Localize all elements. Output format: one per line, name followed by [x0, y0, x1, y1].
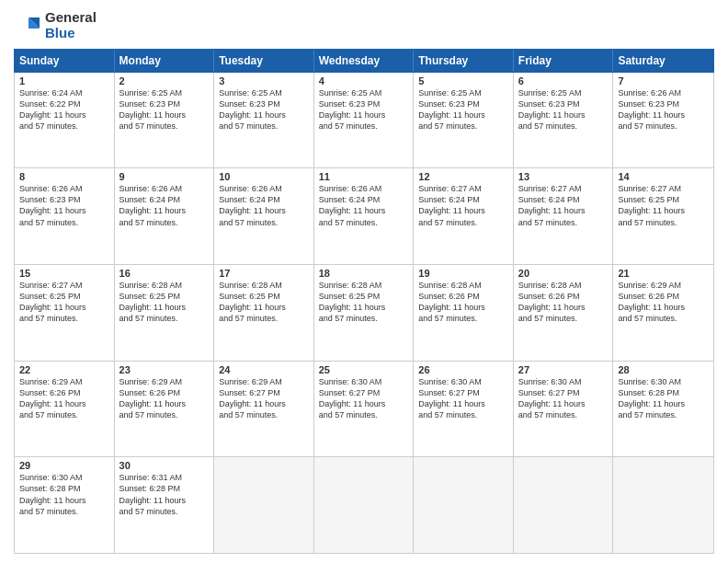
- day-cell-30: 30Sunrise: 6:31 AMSunset: 6:28 PMDayligh…: [115, 457, 215, 553]
- day-cell-20: 20Sunrise: 6:28 AMSunset: 6:26 PMDayligh…: [514, 265, 614, 361]
- cell-info-line: and 57 minutes.: [119, 217, 210, 228]
- cell-info-line: and 57 minutes.: [319, 121, 409, 132]
- cell-info-line: Daylight: 11 hours: [119, 495, 210, 506]
- cell-info-line: Sunrise: 6:31 AM: [119, 472, 210, 483]
- day-number: 19: [418, 268, 508, 279]
- cell-info-line: Sunrise: 6:24 AM: [19, 87, 109, 98]
- logo-text-line1: General: [45, 9, 97, 25]
- day-number: 11: [319, 171, 409, 182]
- cell-info-line: Sunset: 6:26 PM: [19, 387, 109, 398]
- day-number: 1: [19, 75, 109, 86]
- day-number: 10: [219, 171, 309, 182]
- cell-info-line: Sunrise: 6:30 AM: [418, 376, 508, 387]
- cell-info-line: Sunset: 6:25 PM: [119, 291, 210, 302]
- day-number: 16: [119, 268, 210, 279]
- day-number: 9: [119, 171, 210, 182]
- day-cell-5: 5Sunrise: 6:25 AMSunset: 6:23 PMDaylight…: [414, 73, 514, 168]
- cell-info-line: and 57 minutes.: [119, 506, 210, 517]
- empty-cell: [514, 457, 614, 553]
- cell-info-line: and 57 minutes.: [418, 313, 508, 324]
- cell-info-line: Daylight: 11 hours: [219, 398, 309, 409]
- cell-info-line: Daylight: 11 hours: [19, 302, 109, 313]
- header-day-thursday: Thursday: [414, 50, 514, 72]
- cell-info-line: Daylight: 11 hours: [319, 109, 409, 121]
- cell-info-line: Daylight: 11 hours: [618, 398, 709, 409]
- day-cell-13: 13Sunrise: 6:27 AMSunset: 6:24 PMDayligh…: [514, 168, 614, 264]
- day-cell-16: 16Sunrise: 6:28 AMSunset: 6:25 PMDayligh…: [115, 265, 215, 361]
- day-number: 29: [19, 460, 109, 471]
- cell-info-line: Sunrise: 6:26 AM: [119, 183, 210, 194]
- cell-info-line: Sunrise: 6:27 AM: [418, 183, 508, 194]
- cell-info-line: and 57 minutes.: [119, 313, 210, 324]
- cell-info-line: Sunset: 6:24 PM: [219, 194, 309, 205]
- cell-info-line: Sunrise: 6:30 AM: [319, 376, 409, 387]
- calendar-header: SundayMondayTuesdayWednesdayThursdayFrid…: [14, 49, 714, 73]
- cell-info-line: Daylight: 11 hours: [119, 398, 210, 409]
- cell-info-line: Daylight: 11 hours: [219, 109, 309, 121]
- day-cell-3: 3Sunrise: 6:25 AMSunset: 6:23 PMDaylight…: [214, 73, 314, 168]
- empty-cell: [214, 457, 314, 553]
- cell-info-line: and 57 minutes.: [19, 121, 109, 132]
- cell-info-line: Sunset: 6:25 PM: [19, 291, 109, 302]
- cell-info-line: Sunset: 6:23 PM: [618, 98, 709, 109]
- cell-info-line: and 57 minutes.: [618, 409, 709, 420]
- cell-info-line: and 57 minutes.: [518, 313, 609, 324]
- day-number: 5: [418, 75, 508, 86]
- cell-info-line: and 57 minutes.: [19, 313, 109, 324]
- day-cell-15: 15Sunrise: 6:27 AMSunset: 6:25 PMDayligh…: [15, 265, 115, 361]
- cell-info-line: Sunset: 6:25 PM: [319, 291, 409, 302]
- header: General Blue: [14, 9, 714, 41]
- cell-info-line: Sunrise: 6:27 AM: [19, 280, 109, 291]
- day-cell-8: 8Sunrise: 6:26 AMSunset: 6:23 PMDaylight…: [15, 168, 115, 264]
- day-number: 24: [219, 364, 309, 375]
- cell-info-line: and 57 minutes.: [518, 217, 609, 228]
- cell-info-line: Sunset: 6:26 PM: [119, 387, 210, 398]
- day-number: 14: [618, 171, 709, 182]
- cell-info-line: Sunset: 6:24 PM: [418, 194, 508, 205]
- day-cell-29: 29Sunrise: 6:30 AMSunset: 6:28 PMDayligh…: [15, 457, 115, 553]
- cell-info-line: and 57 minutes.: [219, 217, 309, 228]
- day-number: 28: [618, 364, 709, 375]
- cell-info-line: Daylight: 11 hours: [319, 398, 409, 409]
- cell-info-line: Sunset: 6:23 PM: [319, 98, 409, 109]
- cell-info-line: Sunrise: 6:28 AM: [518, 280, 609, 291]
- day-cell-23: 23Sunrise: 6:29 AMSunset: 6:26 PMDayligh…: [115, 362, 215, 457]
- cell-info-line: Sunset: 6:25 PM: [219, 291, 309, 302]
- cell-info-line: and 57 minutes.: [19, 506, 109, 517]
- cell-info-line: and 57 minutes.: [518, 409, 609, 420]
- day-number: 15: [19, 268, 109, 279]
- day-number: 13: [518, 171, 609, 182]
- page: General Blue SundayMondayTuesdayWednesda…: [0, 0, 728, 563]
- day-cell-19: 19Sunrise: 6:28 AMSunset: 6:26 PMDayligh…: [414, 265, 514, 361]
- cell-info-line: and 57 minutes.: [319, 217, 409, 228]
- day-number: 22: [19, 364, 109, 375]
- cell-info-line: Daylight: 11 hours: [119, 302, 210, 313]
- cell-info-line: Sunrise: 6:28 AM: [119, 280, 210, 291]
- cell-info-line: Daylight: 11 hours: [19, 205, 109, 216]
- cell-info-line: Sunset: 6:28 PM: [19, 483, 109, 494]
- cell-info-line: Daylight: 11 hours: [119, 205, 210, 216]
- day-number: 8: [19, 171, 109, 182]
- day-number: 17: [219, 268, 309, 279]
- cell-info-line: Sunrise: 6:25 AM: [319, 87, 409, 98]
- cell-info-line: and 57 minutes.: [618, 217, 709, 228]
- week-row-4: 22Sunrise: 6:29 AMSunset: 6:26 PMDayligh…: [15, 362, 713, 458]
- cell-info-line: and 57 minutes.: [219, 409, 309, 420]
- cell-info-line: Sunrise: 6:30 AM: [518, 376, 609, 387]
- calendar: SundayMondayTuesdayWednesdayThursdayFrid…: [14, 49, 714, 555]
- day-number: 18: [319, 268, 409, 279]
- cell-info-line: Sunrise: 6:29 AM: [19, 376, 109, 387]
- week-row-2: 8Sunrise: 6:26 AMSunset: 6:23 PMDaylight…: [15, 168, 713, 265]
- day-number: 26: [418, 364, 508, 375]
- day-cell-11: 11Sunrise: 6:26 AMSunset: 6:24 PMDayligh…: [314, 168, 415, 264]
- cell-info-line: Sunset: 6:27 PM: [418, 387, 508, 398]
- day-number: 3: [219, 75, 309, 86]
- week-row-1: 1Sunrise: 6:24 AMSunset: 6:22 PMDaylight…: [15, 73, 713, 169]
- cell-info-line: Sunrise: 6:26 AM: [19, 183, 109, 194]
- empty-cell: [414, 457, 514, 553]
- day-cell-25: 25Sunrise: 6:30 AMSunset: 6:27 PMDayligh…: [314, 362, 415, 457]
- cell-info-line: Sunset: 6:27 PM: [319, 387, 409, 398]
- cell-info-line: Daylight: 11 hours: [518, 109, 609, 121]
- cell-info-line: Sunrise: 6:26 AM: [219, 183, 309, 194]
- cell-info-line: Daylight: 11 hours: [418, 205, 508, 216]
